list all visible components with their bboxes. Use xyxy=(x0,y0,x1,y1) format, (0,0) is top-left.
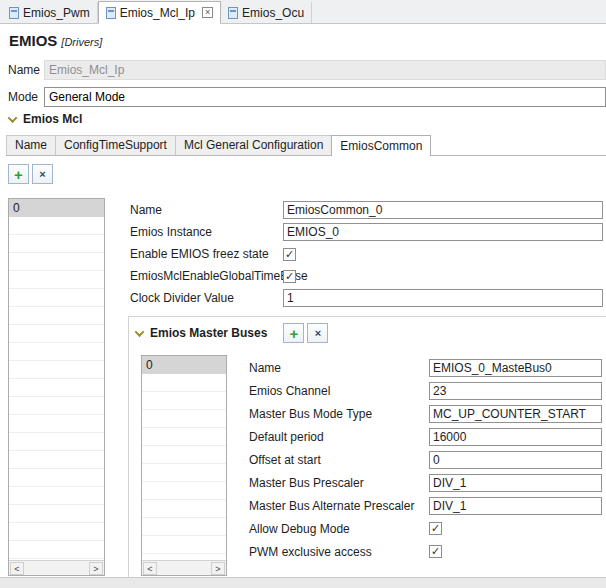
field-label: Master Bus Prescaler xyxy=(249,476,429,490)
remove-master-bus-button[interactable]: × xyxy=(307,323,328,343)
emios-mcl-section-title: Emios Mcl xyxy=(23,112,82,126)
bottom-scrollbar[interactable] xyxy=(0,577,606,588)
tab-mcl-general-configuration[interactable]: Mcl General Configuration xyxy=(175,135,332,155)
mcl-tab-bar: NameConfigTimeSupportMcl General Configu… xyxy=(6,135,606,156)
driver-subtitle: [Drivers] xyxy=(61,36,102,48)
editor-tab-label: Emios_Ocu xyxy=(242,6,304,20)
field-label: Name xyxy=(249,361,429,375)
field-row-pwm-exclusive-access: PWM exclusive access✓ xyxy=(249,540,602,563)
input-emios-instance[interactable]: EMIOS_0 xyxy=(283,223,603,241)
editor-tab-emios-pwm[interactable]: Emios_Pwm xyxy=(2,2,98,23)
field-row-offset-at-start: Offset at start0 xyxy=(249,448,602,471)
emios-common-form: NameEmiosCommon_0Emios InstanceEMIOS_0En… xyxy=(130,199,603,309)
field-label: Master Bus Alternate Prescaler xyxy=(249,499,429,513)
list-background xyxy=(9,199,104,560)
editor-tab-label: Emios_Mcl_Ip xyxy=(120,6,195,20)
remove-button[interactable]: × xyxy=(32,164,53,184)
field-row-name: NameEmiosCommon_0 xyxy=(130,199,603,221)
field-label: Clock Divider Value xyxy=(130,291,283,305)
driver-title: EMIOS xyxy=(9,32,57,49)
list-item-0[interactable]: 0 xyxy=(9,199,104,217)
tab-configtimesupport[interactable]: ConfigTimeSupport xyxy=(55,135,176,155)
emios-mcl-section-header: Emios Mcl xyxy=(9,112,82,126)
checkbox-pwm-exclusive-access[interactable]: ✓ xyxy=(429,545,442,558)
add-button[interactable]: + xyxy=(8,164,29,184)
checkbox-emiosmclenableglobaltimebase[interactable]: ✓ xyxy=(283,270,296,283)
field-label: Allow Debug Mode xyxy=(249,522,429,536)
checkbox-enable-emios-freez-state[interactable]: ✓ xyxy=(283,248,296,261)
field-row-emios-channel: Emios Channel23 xyxy=(249,379,602,402)
page-title: EMIOS[Drivers] xyxy=(9,32,102,49)
editor-tab-emios-mcl-ip[interactable]: Emios_Mcl_Ip× xyxy=(98,1,221,24)
name-row: Name Emios_Mcl_Ip xyxy=(8,60,606,80)
field-label: Emios Instance xyxy=(130,225,283,239)
master-buses-section-title: Emios Master Buses xyxy=(150,326,267,340)
field-row-clock-divider-value: Clock Divider Value1 xyxy=(130,287,603,309)
mode-row: Mode General Mode xyxy=(8,87,606,107)
config-file-icon xyxy=(106,7,116,19)
scroll-left-button[interactable]: < xyxy=(10,562,24,575)
name-field: Emios_Mcl_Ip xyxy=(44,60,606,80)
emios-common-toolbar: + × xyxy=(8,164,53,184)
add-master-bus-button[interactable]: + xyxy=(283,323,304,343)
name-label: Name xyxy=(8,63,44,77)
field-label: Emios Channel xyxy=(249,384,429,398)
field-row-emios-instance: Emios InstanceEMIOS_0 xyxy=(130,221,603,243)
input-master-bus-alternate-prescaler[interactable]: DIV_1 xyxy=(429,497,602,515)
field-label: Enable EMIOS freez state xyxy=(130,247,283,261)
scroll-right-button[interactable]: > xyxy=(89,562,103,575)
editor-tab-emios-ocu[interactable]: Emios_Ocu xyxy=(221,2,312,23)
master-buses-section-header: Emios Master Buses + × xyxy=(136,323,328,343)
field-row-master-bus-prescaler: Master Bus PrescalerDIV_1 xyxy=(249,471,602,494)
list-item-0[interactable]: 0 xyxy=(142,356,226,374)
emios-common-list[interactable]: 0<> xyxy=(8,198,105,576)
field-row-allow-debug-mode: Allow Debug Mode✓ xyxy=(249,517,602,540)
input-emios-channel[interactable]: 23 xyxy=(429,382,602,400)
master-bus-list[interactable]: 0<> xyxy=(141,355,227,576)
field-label: Master Bus Mode Type xyxy=(249,407,429,421)
master-bus-form: NameEMIOS_0_MasteBus0Emios Channel23Mast… xyxy=(249,356,602,563)
master-bus-toolbar: + × xyxy=(283,323,328,343)
input-offset-at-start[interactable]: 0 xyxy=(429,451,602,469)
input-master-bus-mode-type[interactable]: MC_UP_COUNTER_START xyxy=(429,405,602,423)
scroll-right-button[interactable]: > xyxy=(211,562,225,575)
field-label: Name xyxy=(130,203,283,217)
scroll-left-button[interactable]: < xyxy=(143,562,157,575)
input-master-bus-prescaler[interactable]: DIV_1 xyxy=(429,474,602,492)
checkbox-allow-debug-mode[interactable]: ✓ xyxy=(429,522,442,535)
field-row-master-bus-mode-type: Master Bus Mode TypeMC_UP_COUNTER_START xyxy=(249,402,602,425)
emios-master-buses-section: Emios Master Buses + × 0<> NameEMIOS_0_M… xyxy=(128,316,606,578)
chevron-down-icon[interactable] xyxy=(135,327,145,337)
field-label: Default period xyxy=(249,430,429,444)
field-label: PWM exclusive access xyxy=(249,545,429,559)
field-row-master-bus-alternate-prescaler: Master Bus Alternate PrescalerDIV_1 xyxy=(249,494,602,517)
tab-name[interactable]: Name xyxy=(6,135,56,155)
config-file-icon xyxy=(9,7,19,19)
horizontal-scrollbar[interactable]: <> xyxy=(142,560,226,575)
tab-close-icon[interactable]: × xyxy=(202,7,213,18)
field-row-default-period: Default period16000 xyxy=(249,425,602,448)
chevron-down-icon[interactable] xyxy=(8,113,18,123)
input-name[interactable]: EmiosCommon_0 xyxy=(283,201,603,219)
field-row-name: NameEMIOS_0_MasteBus0 xyxy=(249,356,602,379)
list-background xyxy=(142,356,226,560)
field-row-emiosmclenableglobaltimebase: EmiosMclEnableGlobalTimeBase✓ xyxy=(130,265,603,287)
config-file-icon xyxy=(228,7,238,19)
field-label: EmiosMclEnableGlobalTimeBase xyxy=(130,269,283,283)
tab-emioscommon[interactable]: EmiosCommon xyxy=(331,135,431,156)
field-label: Offset at start xyxy=(249,453,429,467)
field-row-enable-emios-freez-state: Enable EMIOS freez state✓ xyxy=(130,243,603,265)
input-default-period[interactable]: 16000 xyxy=(429,428,602,446)
emios-config-editor: Emios_PwmEmios_Mcl_Ip×Emios_Ocu EMIOS[Dr… xyxy=(0,0,606,588)
input-clock-divider-value[interactable]: 1 xyxy=(283,289,603,307)
horizontal-scrollbar[interactable]: <> xyxy=(9,560,104,575)
input-name[interactable]: EMIOS_0_MasteBus0 xyxy=(429,359,602,377)
mode-label: Mode xyxy=(8,90,44,104)
editor-tab-bar: Emios_PwmEmios_Mcl_Ip×Emios_Ocu xyxy=(0,0,606,24)
editor-tab-label: Emios_Pwm xyxy=(23,6,90,20)
mode-field[interactable]: General Mode xyxy=(44,87,606,107)
